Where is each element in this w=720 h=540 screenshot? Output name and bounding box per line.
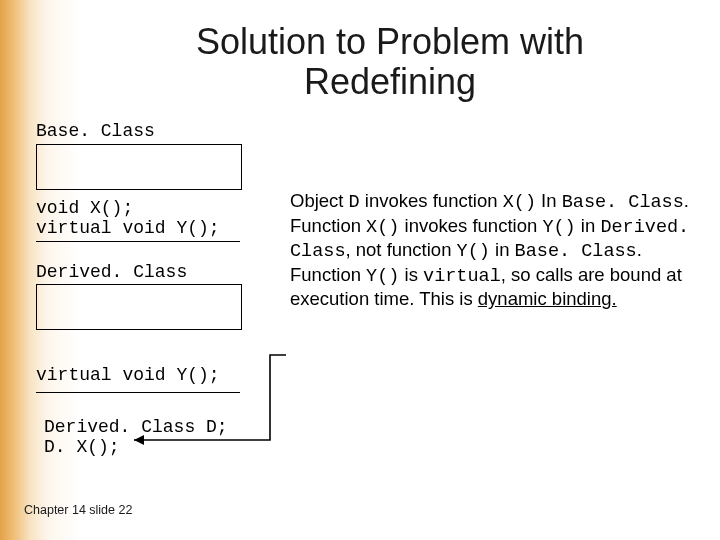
explanation-span: in bbox=[576, 215, 601, 236]
explanation-span: Base. Class bbox=[515, 241, 637, 262]
usage-line-2: D. X(); bbox=[44, 438, 228, 458]
usage-line-1: Derived. Class D; bbox=[44, 418, 228, 438]
explanation-span: , not function bbox=[346, 239, 457, 260]
explanation-span: Object bbox=[290, 190, 349, 211]
explanation-span: In bbox=[536, 190, 562, 211]
derivedclass-decl-y: virtual void Y(); bbox=[36, 366, 220, 386]
slide-title: Solution to Problem with Redefining bbox=[110, 22, 670, 103]
explanation-paragraph: Object D invokes function X() In Base. C… bbox=[290, 190, 690, 311]
explanation-span: dynamic binding. bbox=[478, 288, 617, 309]
derivedclass-decls: virtual void Y(); bbox=[36, 366, 220, 386]
explanation-span: virtual bbox=[423, 266, 501, 287]
baseclass-decl-x: void X(); bbox=[36, 199, 220, 219]
explanation-span: in bbox=[490, 239, 515, 260]
explanation-span: Y() bbox=[542, 217, 575, 238]
baseclass-box bbox=[36, 144, 242, 190]
baseclass-decl-y: virtual void Y(); bbox=[36, 219, 220, 239]
explanation-span: Y() bbox=[366, 266, 399, 287]
explanation-span: X() bbox=[503, 192, 536, 213]
explanation-span: Base. Class bbox=[562, 192, 684, 213]
usage-block: Derived. Class D; D. X(); bbox=[44, 418, 228, 458]
derivedclass-divider bbox=[36, 392, 240, 393]
explanation-span: D bbox=[349, 192, 360, 213]
explanation-span: invokes function bbox=[399, 215, 542, 236]
slide-footer: Chapter 14 slide 22 bbox=[24, 503, 132, 517]
explanation-span: X() bbox=[366, 217, 399, 238]
explanation-span: Y() bbox=[457, 241, 490, 262]
explanation-span: is bbox=[399, 264, 423, 285]
baseclass-divider bbox=[36, 241, 240, 242]
derivedclass-label: Derived. Class bbox=[36, 263, 187, 283]
baseclass-label: Base. Class bbox=[36, 122, 155, 142]
slide: Solution to Problem with Redefining Base… bbox=[0, 0, 720, 540]
baseclass-decls: void X(); virtual void Y(); bbox=[36, 199, 220, 239]
derivedclass-box bbox=[36, 284, 242, 330]
explanation-span: invokes function bbox=[360, 190, 503, 211]
